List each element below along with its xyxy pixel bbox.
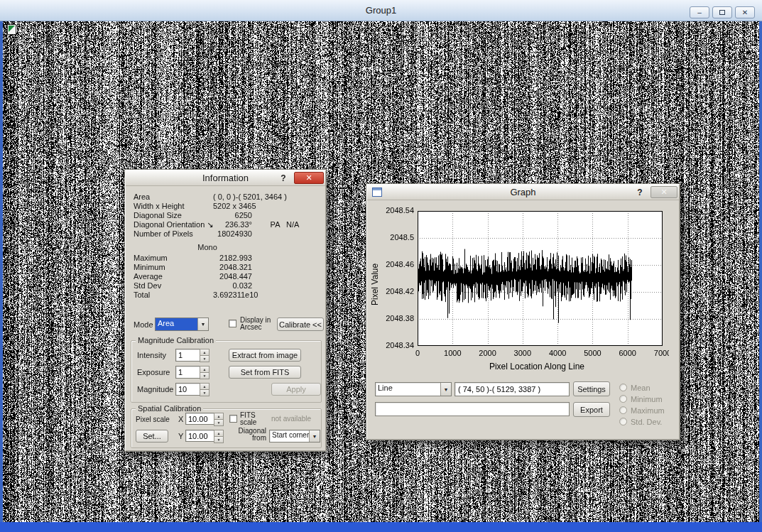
- stat-value: 5202 x 3465: [213, 202, 256, 211]
- information-close-button[interactable]: ✕: [294, 172, 324, 184]
- minimum-radio-label: Minimum: [631, 395, 663, 403]
- pixel-scale-x-value[interactable]: 10.00: [185, 413, 214, 425]
- stat-label: Diagonal Orientation ↘: [134, 220, 213, 229]
- graph-close-button[interactable]: ✕: [651, 186, 677, 198]
- stat-value: 18024930: [213, 229, 252, 239]
- stat-extra: PA N/A: [252, 220, 317, 229]
- spatial-calibration-group: Spatial Calibration Pixel scale X 10.00 …: [131, 408, 322, 448]
- maximum-radio[interactable]: [619, 406, 627, 414]
- stat-extra: [256, 202, 322, 211]
- display-in-arcsec-label: Display in Arcsec: [240, 317, 271, 331]
- graph-titlebar[interactable]: Graph: [367, 185, 679, 200]
- stat-value: 6250: [213, 211, 252, 220]
- intensity-value[interactable]: 1: [175, 349, 200, 362]
- set-button[interactable]: Set...: [136, 430, 168, 443]
- magnitude-value[interactable]: 10: [175, 383, 200, 396]
- chevron-down-icon[interactable]: ▼: [309, 430, 320, 442]
- spin-up-icon[interactable]: ▲: [200, 366, 209, 373]
- stat-value: 2048.447: [213, 272, 252, 281]
- stat-row-width-height: Width x Height 5202 x 3465: [134, 202, 317, 211]
- stat-value: 236.33°: [213, 220, 252, 229]
- stat-label: Average: [134, 272, 213, 281]
- maximize-button[interactable]: [712, 6, 732, 18]
- export-button[interactable]: Export: [573, 402, 610, 417]
- spin-down-icon[interactable]: ▼: [200, 390, 209, 396]
- stat-value: ( 0, 0 )-( 5201, 3464 ): [213, 192, 287, 202]
- window-title: Group1: [366, 5, 396, 16]
- diagonal-from-select[interactable]: Start corner ▼: [269, 430, 320, 443]
- stat-value: 2048.321: [213, 263, 252, 272]
- stat-row-maximum: Maximum 2182.993: [134, 254, 317, 263]
- pixel-scale-label: Pixel scale: [136, 416, 170, 423]
- pixel-scale-y-spinner[interactable]: 10.00 ▲▼: [185, 430, 224, 442]
- magnitude-calibration-group: Magnitude Calibration Intensity 1 ▲▼ Ext…: [131, 340, 322, 403]
- close-icon: ✕: [305, 173, 312, 183]
- set-from-fits-button[interactable]: Set from FITS: [229, 366, 301, 379]
- mode-select[interactable]: Area ▼: [155, 317, 209, 331]
- magnitude-spinner[interactable]: 10 ▲▼: [175, 383, 209, 396]
- image-document-icon[interactable]: [7, 24, 16, 35]
- stat-row-average: Average 2048.447: [134, 272, 317, 281]
- graph-dialog: Graph ? ✕ Pixel Value Pixel Location Alo…: [366, 183, 680, 440]
- close-button[interactable]: ✕: [735, 6, 755, 18]
- chevron-down-icon[interactable]: ▼: [197, 318, 208, 330]
- channel-stats: Maximum 2182.993 Minimum 2048.321 Averag…: [134, 254, 317, 300]
- x-label: X: [178, 415, 183, 423]
- y-label: Y: [178, 432, 183, 440]
- settings-button[interactable]: Settings: [573, 381, 610, 396]
- plot-mode-select[interactable]: Line ▼: [375, 382, 452, 396]
- exposure-spinner[interactable]: 1 ▲▼: [175, 366, 209, 379]
- spin-up-icon[interactable]: ▲: [200, 383, 209, 390]
- stat-label-text: Diagonal Orientation: [134, 220, 205, 229]
- plot-mode-value: Line: [376, 383, 440, 396]
- display-in-arcsec-checkbox[interactable]: [229, 320, 236, 327]
- stat-row-diagonal-size: Diagonal Size 6250: [134, 211, 317, 220]
- minimum-radio[interactable]: [619, 395, 627, 403]
- window-bottom-frame: [0, 522, 762, 532]
- maximize-icon: [719, 10, 725, 15]
- stat-value: 2182.993: [213, 254, 252, 263]
- secondary-field[interactable]: [375, 402, 570, 416]
- stat-label: Number of Pixels: [134, 229, 213, 239]
- spin-down-icon[interactable]: ▼: [214, 420, 224, 426]
- extract-from-image-button[interactable]: Extract from image: [229, 349, 301, 362]
- diagonal-from-value: Start corner: [270, 430, 309, 442]
- spin-down-icon[interactable]: ▼: [200, 373, 209, 379]
- close-icon: ✕: [660, 188, 667, 197]
- diagonal-from-label: Diagonal from: [236, 428, 266, 442]
- exposure-label: Exposure: [137, 368, 170, 376]
- magnitude-calibration-title: Magnitude Calibration: [136, 336, 216, 344]
- exposure-value[interactable]: 1: [175, 366, 200, 379]
- help-icon[interactable]: ?: [634, 187, 646, 198]
- fits-scale-checkbox[interactable]: [229, 415, 237, 423]
- std-dev-radio[interactable]: [619, 418, 627, 425]
- magnitude-label: Magnitude: [137, 385, 173, 393]
- caption-buttons: – ✕: [690, 6, 755, 18]
- apply-button[interactable]: Apply: [271, 383, 321, 396]
- mean-radio[interactable]: [619, 384, 627, 391]
- spin-down-icon[interactable]: ▼: [200, 356, 209, 362]
- not-available-label: not available: [271, 416, 318, 423]
- stat-label: Maximum: [134, 254, 213, 263]
- spin-up-icon[interactable]: ▲: [214, 413, 224, 420]
- graph-window-icon: [372, 188, 382, 197]
- pixel-scale-x-spinner[interactable]: 10.00 ▲▼: [185, 413, 224, 425]
- help-icon[interactable]: ?: [278, 173, 289, 184]
- minimize-button[interactable]: –: [690, 6, 709, 18]
- intensity-spinner[interactable]: 1 ▲▼: [175, 349, 209, 362]
- mode-selected-value: Area: [156, 318, 197, 330]
- intensity-label: Intensity: [137, 351, 166, 359]
- calibrate-button[interactable]: Calibrate <<: [277, 317, 324, 331]
- chevron-down-icon[interactable]: ▼: [440, 383, 451, 396]
- spin-down-icon[interactable]: ▼: [214, 437, 224, 443]
- stat-label: Width x Height: [134, 202, 213, 211]
- stat-row-diagonal-orientation: Diagonal Orientation ↘ 236.33° PA N/A: [134, 220, 317, 229]
- mode-label: Mode: [134, 320, 153, 329]
- spin-up-icon[interactable]: ▲: [214, 430, 224, 437]
- line-coordinates-field[interactable]: ( 74, 50 )-( 5129, 3387 ): [455, 382, 570, 396]
- main-window: Group1 – ✕ Information ? ✕ Area: [0, 0, 762, 532]
- pixel-scale-y-value[interactable]: 10.00: [185, 430, 214, 442]
- main-titlebar[interactable]: Group1 – ✕: [0, 0, 762, 21]
- spin-up-icon[interactable]: ▲: [200, 349, 209, 356]
- region-stats: Area ( 0, 0 )-( 5201, 3464 ) Width x Hei…: [134, 192, 317, 239]
